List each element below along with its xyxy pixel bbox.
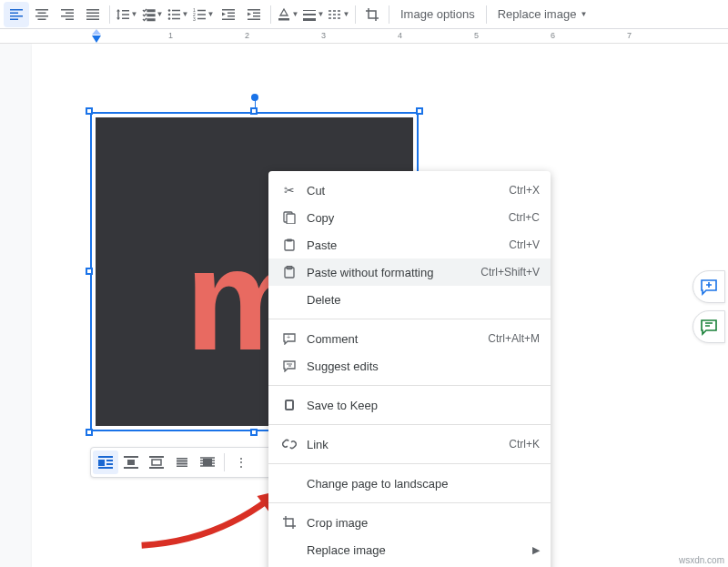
ctx-paste[interactable]: Paste Ctrl+V <box>268 231 551 258</box>
blank-icon <box>279 291 299 308</box>
wrap-inline-button[interactable] <box>93 451 118 474</box>
resize-handle-tr[interactable] <box>416 107 423 115</box>
svg-rect-8 <box>98 460 105 466</box>
suggest-icon <box>279 358 299 374</box>
chevron-down-icon: ▼ <box>343 10 350 18</box>
ruler-number: 1 <box>168 31 173 40</box>
chevron-down-icon: ▼ <box>157 10 164 18</box>
wrap-text-button[interactable] <box>118 451 144 474</box>
separator <box>109 5 110 24</box>
crop-icon <box>279 514 299 531</box>
image-options-button[interactable]: Image options <box>393 2 482 27</box>
align-center-button[interactable] <box>29 2 55 27</box>
svg-rect-22 <box>285 240 294 250</box>
resize-handle-tl[interactable] <box>86 107 93 115</box>
link-icon <box>279 436 299 452</box>
ctx-label: Copy <box>299 211 509 225</box>
svg-rect-10 <box>106 463 113 465</box>
separator <box>224 453 225 471</box>
chevron-down-icon: ▼ <box>580 10 587 18</box>
submenu-arrow-icon: ▶ <box>532 544 540 556</box>
ctx-image-options[interactable]: Image options <box>268 563 551 567</box>
resize-handle-bl[interactable] <box>86 429 93 436</box>
bulleted-list-button[interactable]: ▼ <box>165 2 190 27</box>
cut-icon: ✂ <box>279 182 299 198</box>
ruler: 1 2 3 4 5 6 7 <box>0 29 728 44</box>
ruler-number: 4 <box>398 31 402 40</box>
separator <box>268 319 551 319</box>
svg-rect-19 <box>203 459 212 466</box>
svg-rect-28 <box>287 401 292 409</box>
ruler-number: 7 <box>627 31 632 40</box>
ctx-shortcut: Ctrl+K <box>509 438 540 451</box>
document-canvas: m ⋮ ✂ Cut Ctrl+X Copy Ctrl+ <box>0 44 728 567</box>
crop-button[interactable] <box>359 2 385 27</box>
ctx-label: Link <box>299 438 509 451</box>
decrease-indent-button[interactable] <box>216 2 241 27</box>
wrap-front-button[interactable] <box>195 451 220 474</box>
ctx-replace[interactable]: Replace image ▶ <box>268 536 551 563</box>
border-color-button[interactable]: ▼ <box>275 2 300 27</box>
increase-indent-button[interactable] <box>241 2 267 27</box>
ruler-number: 5 <box>474 31 479 40</box>
replace-image-button[interactable]: Replace image▼ <box>490 2 595 27</box>
ctx-copy[interactable]: Copy Ctrl+C <box>268 204 551 231</box>
ctx-label: Suggest edits <box>299 359 540 373</box>
ctx-label: Crop image <box>299 516 540 530</box>
ctx-suggest[interactable]: Suggest edits <box>268 352 551 380</box>
svg-rect-16 <box>152 460 161 465</box>
comment-icon: + <box>279 330 299 347</box>
blank-icon <box>279 542 299 558</box>
align-left-button[interactable] <box>4 2 29 27</box>
ctx-label: Paste <box>299 238 509 252</box>
border-dash-button[interactable]: ▼ <box>326 2 351 27</box>
svg-rect-7 <box>98 456 113 458</box>
separator <box>268 502 551 503</box>
wrap-behind-button[interactable] <box>169 451 195 474</box>
ctx-paste-no-fmt[interactable]: Paste without formatting Ctrl+Shift+V <box>268 258 551 286</box>
svg-text:3: 3 <box>193 16 196 22</box>
svg-rect-23 <box>287 239 292 242</box>
align-right-button[interactable] <box>55 2 80 27</box>
chevron-down-icon: ▼ <box>318 10 325 18</box>
context-menu: ✂ Cut Ctrl+X Copy Ctrl+C Paste Ctrl+V Pa… <box>268 171 551 567</box>
resize-handle-bm[interactable] <box>250 429 258 436</box>
chevron-down-icon: ▼ <box>207 10 215 18</box>
checklist-button[interactable]: ▼ <box>139 2 165 27</box>
image-wrap-toolbar: ⋮ <box>90 447 290 478</box>
svg-rect-12 <box>124 456 138 458</box>
ruler-number: 3 <box>321 31 326 40</box>
ctx-delete[interactable]: Delete <box>268 286 551 313</box>
ctx-shortcut: Ctrl+Shift+V <box>480 266 540 278</box>
ctx-label: Paste without formatting <box>299 266 480 279</box>
separator <box>355 5 356 24</box>
wrap-more-button[interactable]: ⋮ <box>228 451 254 474</box>
svg-rect-15 <box>149 456 164 458</box>
line-spacing-button[interactable]: ▼ <box>114 2 139 27</box>
chevron-down-icon: ▼ <box>131 10 138 18</box>
resize-handle-tm[interactable] <box>250 107 258 115</box>
ctx-label: Change page to landscape <box>299 477 540 491</box>
ctx-comment[interactable]: + Comment Ctrl+Alt+M <box>268 325 551 352</box>
numbered-list-button[interactable]: 123▼ <box>190 2 216 27</box>
ctx-crop[interactable]: Crop image <box>268 509 551 536</box>
suggest-side-button[interactable] <box>693 310 725 343</box>
svg-rect-21 <box>287 214 295 224</box>
chevron-down-icon: ▼ <box>182 10 189 18</box>
rotation-handle[interactable] <box>251 94 258 101</box>
wrap-break-button[interactable] <box>144 451 169 474</box>
ctx-link[interactable]: Link Ctrl+K <box>268 430 551 458</box>
ctx-keep[interactable]: Save to Keep <box>268 391 551 419</box>
ctx-label: Replace image <box>299 543 532 557</box>
ctx-landscape[interactable]: Change page to landscape <box>268 470 551 497</box>
add-comment-side-button[interactable] <box>693 270 725 303</box>
svg-rect-14 <box>124 467 138 469</box>
border-weight-button[interactable]: ▼ <box>300 2 326 27</box>
ctx-cut[interactable]: ✂ Cut Ctrl+X <box>268 177 551 204</box>
svg-rect-11 <box>98 467 113 469</box>
resize-handle-ml[interactable] <box>86 268 93 275</box>
align-justify-button[interactable] <box>80 2 106 27</box>
ctx-shortcut: Ctrl+Alt+M <box>488 332 540 345</box>
svg-point-2 <box>167 17 170 20</box>
svg-rect-9 <box>106 460 113 461</box>
